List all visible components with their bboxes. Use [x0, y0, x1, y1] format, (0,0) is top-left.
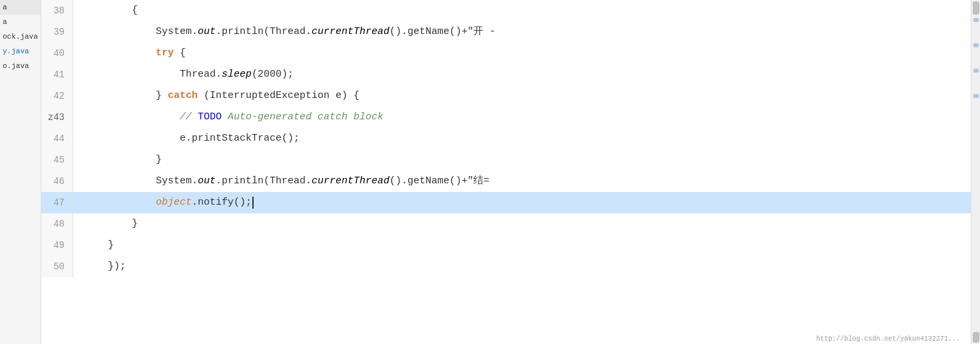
code-line-47: 47 object.notify();	[41, 192, 971, 213]
line-number-47: 47	[41, 192, 73, 213]
line-content-49: }	[73, 235, 971, 256]
code-line-40: 40 try {	[41, 43, 971, 64]
scrollbar-right[interactable]	[971, 0, 980, 344]
sidebar-item-ock[interactable]: ock.java	[0, 29, 41, 44]
scrollbar-marker-4	[973, 94, 979, 98]
line-number-43: z43	[41, 107, 73, 128]
code-line-48: 48 }	[41, 213, 971, 235]
line-number-39: 39	[41, 21, 73, 43]
line-content-40: try {	[73, 43, 971, 64]
line-number-50: 50	[41, 256, 73, 277]
sidebar: a a ock.java y.java o.java	[0, 0, 41, 344]
line-number-40: 40	[41, 43, 73, 64]
line-content-39: System.out.println(Thread.currentThread(…	[73, 21, 971, 43]
line-number-46: 46	[41, 171, 73, 192]
scrollbar-marker-3	[973, 69, 979, 73]
line-number-45: 45	[41, 149, 73, 171]
line-content-46: System.out.println(Thread.currentThread(…	[73, 171, 971, 192]
scrollbar-marker-2	[973, 43, 979, 47]
line-content-43: // TODO Auto-generated catch block	[73, 107, 971, 128]
editor-container: a a ock.java y.java o.java 38 { 39 Syste…	[0, 0, 980, 344]
watermark: http://blog.csdn.net/yakun4132271...	[816, 335, 960, 343]
code-line-38: 38 {	[41, 0, 971, 21]
line-content-50: });	[73, 256, 971, 277]
line-content-48: }	[73, 213, 971, 235]
line-number-48: 48	[41, 213, 73, 235]
code-line-50: 50 });	[41, 256, 971, 277]
sidebar-item-y[interactable]: y.java	[0, 44, 41, 59]
code-line-49: 49 }	[41, 235, 971, 256]
scrollbar-thumb-top[interactable]	[973, 1, 979, 15]
line-number-41: 41	[41, 64, 73, 85]
line-content-47: object.notify();	[73, 192, 971, 213]
code-editor[interactable]: 38 { 39 System.out.println(Thread.curren…	[41, 0, 971, 344]
line-number-49: 49	[41, 235, 73, 256]
scrollbar-marker-1	[973, 18, 979, 22]
line-number-42: 42	[41, 85, 73, 107]
code-line-43: z43 // TODO Auto-generated catch block	[41, 107, 971, 128]
code-line-39: 39 System.out.println(Thread.currentThre…	[41, 21, 971, 43]
line-number-38: 38	[41, 0, 73, 21]
line-content-45: }	[73, 149, 971, 171]
code-line-44: 44 e.printStackTrace();	[41, 128, 971, 149]
line-content-38: {	[73, 0, 971, 21]
line-content-41: Thread.sleep(2000);	[73, 64, 971, 85]
line-number-44: 44	[41, 128, 73, 149]
code-line-41: 41 Thread.sleep(2000);	[41, 64, 971, 85]
line-content-44: e.printStackTrace();	[73, 128, 971, 149]
line-content-42: } catch (InterruptedException e) {	[73, 85, 971, 107]
scrollbar-thumb-bottom[interactable]	[973, 332, 979, 343]
sidebar-item-1[interactable]: a	[0, 0, 41, 15]
scrollbar-track	[971, 16, 980, 331]
code-line-42: 42 } catch (InterruptedException e) {	[41, 85, 971, 107]
sidebar-item-o[interactable]: o.java	[0, 59, 41, 73]
code-line-46: 46 System.out.println(Thread.currentThre…	[41, 171, 971, 192]
code-line-45: 45 }	[41, 149, 971, 171]
sidebar-item-2[interactable]: a	[0, 15, 41, 29]
